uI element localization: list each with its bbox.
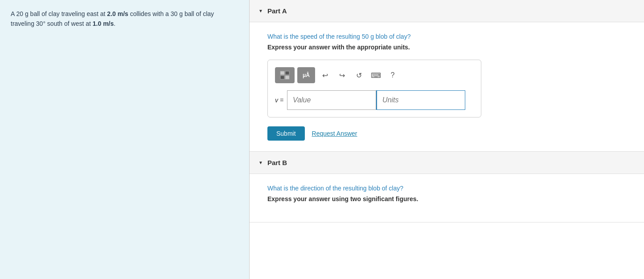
answer-panel: ▼ Part A What is the speed of the result… bbox=[250, 0, 644, 279]
problem-text: A 20 g ball of clay traveling east at 2.… bbox=[11, 9, 238, 29]
part-b-question: What is the direction of the resulting b… bbox=[267, 185, 626, 192]
submit-button[interactable]: Submit bbox=[267, 126, 305, 141]
keyboard-button[interactable]: ⌨ bbox=[369, 68, 383, 82]
value-input[interactable] bbox=[287, 90, 376, 110]
svg-rect-1 bbox=[285, 71, 289, 75]
math-toolbar: μÅ ↩ ↪ ↺ ⌨ ? bbox=[275, 67, 474, 83]
part-b-title: Part B bbox=[267, 159, 287, 166]
undo-icon: ↩ bbox=[322, 71, 328, 80]
part-a-header[interactable]: ▼ Part A bbox=[250, 0, 644, 22]
redo-icon: ↪ bbox=[339, 71, 345, 80]
greek-label: μÅ bbox=[303, 72, 310, 78]
undo-button[interactable]: ↩ bbox=[318, 68, 332, 82]
redo-button[interactable]: ↪ bbox=[335, 68, 349, 82]
action-row: Submit Request Answer bbox=[267, 126, 626, 141]
part-a-question: What is the speed of the resulting 50 g … bbox=[267, 33, 626, 40]
part-a-instruction: Express your answer with the appropriate… bbox=[267, 44, 626, 51]
part-a-answer-box: μÅ ↩ ↪ ↺ ⌨ ? bbox=[267, 60, 481, 117]
units-input[interactable] bbox=[376, 90, 465, 110]
svg-rect-3 bbox=[285, 76, 289, 79]
template-button[interactable] bbox=[275, 67, 295, 83]
part-b-instruction: Express your answer using two significan… bbox=[267, 195, 626, 202]
part-a-content: What is the speed of the resulting 50 g … bbox=[250, 22, 644, 151]
part-b-content: What is the direction of the resulting b… bbox=[250, 174, 644, 222]
reset-icon: ↺ bbox=[356, 71, 362, 80]
keyboard-icon: ⌨ bbox=[371, 71, 381, 80]
problem-panel: A 20 g ball of clay traveling east at 2.… bbox=[0, 0, 250, 279]
svg-rect-0 bbox=[280, 71, 284, 75]
svg-rect-2 bbox=[280, 76, 284, 79]
template-icon bbox=[280, 71, 290, 80]
input-row: v = bbox=[275, 90, 474, 110]
greek-button[interactable]: μÅ bbox=[297, 67, 315, 83]
part-a-section: ▼ Part A What is the speed of the result… bbox=[250, 0, 644, 152]
help-icon: ? bbox=[391, 71, 395, 79]
variable-label: v = bbox=[275, 97, 283, 104]
part-b-header[interactable]: ▼ Part B bbox=[250, 152, 644, 174]
help-button[interactable]: ? bbox=[386, 68, 400, 82]
request-answer-button[interactable]: Request Answer bbox=[312, 130, 357, 137]
part-b-chevron-icon: ▼ bbox=[258, 160, 263, 165]
part-a-chevron-icon: ▼ bbox=[258, 8, 263, 13]
part-b-section: ▼ Part B What is the direction of the re… bbox=[250, 152, 644, 222]
part-a-title: Part A bbox=[267, 7, 287, 15]
reset-button[interactable]: ↺ bbox=[352, 68, 366, 82]
